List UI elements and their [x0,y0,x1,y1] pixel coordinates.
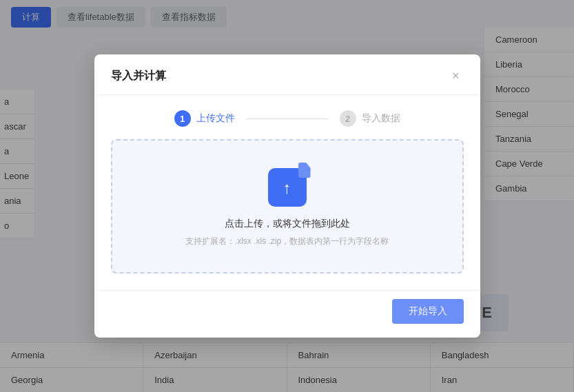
step-2: 2 导入数据 [340,110,400,127]
upload-main-text: 点击上传，或将文件拖到此处 [225,218,350,230]
step2-circle: 2 [340,110,356,127]
step2-label: 导入数据 [362,112,400,125]
dialog-title: 导入并计算 [111,69,166,83]
steps-row: 1 上传文件 2 导入数据 [94,95,480,139]
start-import-btn[interactable]: 开始导入 [392,299,464,324]
upload-arrow-icon: ↑ [283,180,291,196]
step1-label: 上传文件 [196,112,235,125]
modal-overlay: 导入并计算 × 1 上传文件 2 导入数据 ↑ 点击上传，或将文件拖到此处 支持… [0,0,574,392]
upload-icon-wrapper: ↑ [268,168,307,207]
upload-dropzone[interactable]: ↑ 点击上传，或将文件拖到此处 支持扩展名：.xlsx .xls .zip，数据… [111,139,464,274]
dialog-footer: 开始导入 [94,290,480,338]
step-1: 1 上传文件 [174,110,235,127]
dialog-header: 导入并计算 × [94,54,480,95]
dialog-close-btn[interactable]: × [448,68,464,83]
import-dialog: 导入并计算 × 1 上传文件 2 导入数据 ↑ 点击上传，或将文件拖到此处 支持… [94,54,480,338]
step-divider [246,118,329,119]
upload-sub-text: 支持扩展名：.xlsx .xls .zip，数据表内第一行为字段名称 [185,236,389,247]
step1-circle: 1 [174,110,191,127]
